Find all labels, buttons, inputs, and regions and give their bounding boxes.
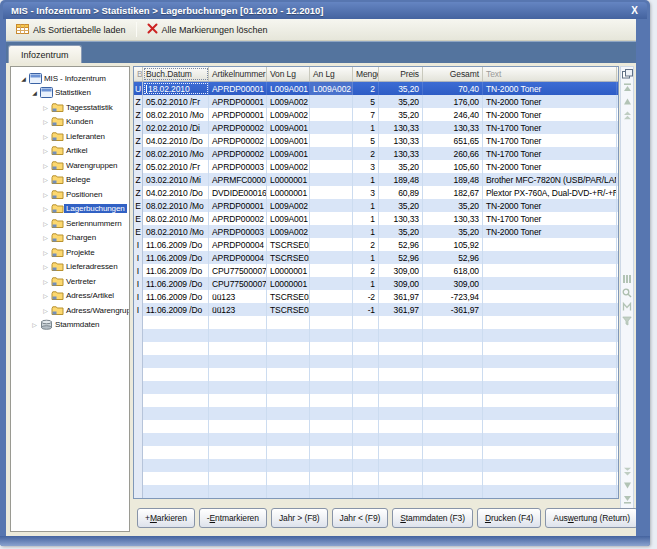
cell-gesamt[interactable]: [423, 485, 483, 498]
cell-menge[interactable]: -1: [353, 303, 379, 316]
tree-item-adress-artikel[interactable]: ▷Adress/Artikel: [11, 289, 129, 304]
search-icon[interactable]: [622, 287, 633, 298]
cell-preis[interactable]: [379, 472, 423, 485]
cell-artikel[interactable]: APRDP00001: [209, 108, 267, 121]
cell-datum[interactable]: 03.02.2010 /Mi: [143, 173, 209, 186]
cell-b[interactable]: [134, 459, 143, 472]
cell-text[interactable]: TN-2000 Toner: [483, 108, 617, 121]
cell-menge[interactable]: [353, 420, 379, 433]
cell-b[interactable]: I: [134, 290, 143, 303]
cell-datum[interactable]: [143, 342, 209, 355]
cell-gesamt[interactable]: 618,00: [423, 264, 483, 277]
cell-text[interactable]: TN-2000 Toner: [483, 82, 617, 95]
tree-expand-arrow-icon[interactable]: ▷: [41, 176, 50, 183]
table-row[interactable]: E08.02.2010 /MoAPRDP00002L009A0011130,33…: [134, 212, 618, 225]
cell-preis[interactable]: [379, 433, 423, 446]
cell-menge[interactable]: 1: [353, 251, 379, 264]
cell-text[interactable]: TN-1700 Toner: [483, 134, 617, 147]
column-header-b[interactable]: B: [134, 67, 143, 81]
cell-gesamt[interactable]: [423, 446, 483, 459]
cell-menge[interactable]: 3: [353, 160, 379, 173]
cell-b[interactable]: I: [134, 264, 143, 277]
tree-expand-arrow-icon[interactable]: ▷: [41, 249, 50, 256]
tree-expand-arrow-icon[interactable]: ▷: [41, 147, 50, 154]
cell-von[interactable]: [267, 459, 310, 472]
cell-an[interactable]: [310, 199, 353, 212]
cell-artikel[interactable]: [209, 433, 267, 446]
cell-von[interactable]: L009A001: [267, 82, 310, 95]
tree-expand-arrow-icon[interactable]: ▷: [41, 307, 50, 314]
column-header-preis[interactable]: Preis: [379, 67, 423, 81]
table-row[interactable]: U18.02.2010APRDP00001L009A001L009A002235…: [134, 82, 618, 95]
cell-gesamt[interactable]: 35,20: [423, 225, 483, 238]
mark-icon[interactable]: [622, 301, 633, 312]
table-row[interactable]: Z04.02.2010 /DoAPRDP00002L009A0015130,33…: [134, 134, 618, 147]
tree-item-belege[interactable]: ▷Belege: [11, 173, 129, 188]
cell-preis[interactable]: [379, 329, 423, 342]
cell-von[interactable]: [267, 433, 310, 446]
cell-datum[interactable]: [143, 420, 209, 433]
cell-menge[interactable]: 1: [353, 199, 379, 212]
table-empty-row[interactable]: [134, 472, 618, 485]
cell-text[interactable]: [483, 433, 617, 446]
cell-b[interactable]: [134, 368, 143, 381]
cell-text[interactable]: [483, 472, 617, 485]
cell-von[interactable]: [267, 446, 310, 459]
cell-menge[interactable]: 1: [353, 277, 379, 290]
cell-von[interactable]: L009A001: [267, 134, 310, 147]
cell-menge[interactable]: 2: [353, 264, 379, 277]
table-row[interactable]: Z05.02.2010 /FrAPRDP00001L009A002535,201…: [134, 95, 618, 108]
cell-preis[interactable]: [379, 485, 423, 498]
cell-text[interactable]: TN-1700 Toner: [483, 121, 617, 134]
table-empty-row[interactable]: [134, 446, 618, 459]
table-row[interactable]: Z04.02.2010 /DoDVDIDE00016L0000001360,89…: [134, 186, 618, 199]
cell-von[interactable]: TSCRSE03: [267, 303, 310, 316]
tree-item-positionen[interactable]: ▷Positionen: [11, 187, 129, 202]
cell-artikel[interactable]: [209, 329, 267, 342]
action-button-drucken-f4[interactable]: Drucken (F4): [477, 508, 541, 528]
cell-preis[interactable]: [379, 407, 423, 420]
table-empty-row[interactable]: [134, 355, 618, 368]
cell-gesamt[interactable]: [423, 329, 483, 342]
cell-datum[interactable]: 11.06.2009 /Do: [143, 303, 209, 316]
cell-datum[interactable]: 04.02.2010 /Do: [143, 186, 209, 199]
cell-gesamt[interactable]: [423, 472, 483, 485]
cell-artikel[interactable]: APRDP00001: [209, 95, 267, 108]
table-row[interactable]: I11.06.2009 /DoAPRDP00004TSCRSE02152,965…: [134, 251, 618, 264]
cell-gesamt[interactable]: 70,40: [423, 82, 483, 95]
cell-von[interactable]: TSCRSE02: [267, 238, 310, 251]
cell-von[interactable]: TSCRSE02: [267, 251, 310, 264]
cell-b[interactable]: [134, 420, 143, 433]
table-empty-row[interactable]: [134, 368, 618, 381]
cell-datum[interactable]: [143, 394, 209, 407]
cell-an[interactable]: [310, 472, 353, 485]
cell-text[interactable]: [483, 420, 617, 433]
scroll-top-icon[interactable]: [622, 82, 633, 93]
tree-expand-arrow-icon[interactable]: ▷: [41, 118, 50, 125]
cell-datum[interactable]: 08.02.2010 /Mo: [143, 199, 209, 212]
cell-b[interactable]: E: [134, 225, 143, 238]
cell-gesamt[interactable]: [423, 381, 483, 394]
cell-text[interactable]: TN-1700 Toner: [483, 212, 617, 225]
tree-item-projekte[interactable]: ▷Projekte: [11, 245, 129, 260]
table-empty-row[interactable]: [134, 316, 618, 329]
cell-preis[interactable]: 309,00: [379, 277, 423, 290]
cell-artikel[interactable]: APRMFC00001: [209, 173, 267, 186]
cell-gesamt[interactable]: [423, 355, 483, 368]
cell-gesamt[interactable]: [423, 433, 483, 446]
cell-gesamt[interactable]: 182,67: [423, 186, 483, 199]
cell-text[interactable]: [483, 407, 617, 420]
cell-artikel[interactable]: APRDP00001: [209, 199, 267, 212]
cell-datum[interactable]: [143, 407, 209, 420]
table-row[interactable]: I11.06.2009 /DoCPU77500007L00000012309,0…: [134, 264, 618, 277]
cell-preis[interactable]: 52,96: [379, 251, 423, 264]
cell-preis[interactable]: [379, 381, 423, 394]
cell-an[interactable]: [310, 212, 353, 225]
cell-artikel[interactable]: [209, 472, 267, 485]
cell-artikel[interactable]: APRDP00004: [209, 251, 267, 264]
cell-artikel[interactable]: APRDP00002: [209, 147, 267, 160]
cell-von[interactable]: L009A002: [267, 108, 310, 121]
cell-datum[interactable]: [143, 329, 209, 342]
cell-artikel[interactable]: APRDP00002: [209, 134, 267, 147]
cell-gesamt[interactable]: 105,60: [423, 160, 483, 173]
